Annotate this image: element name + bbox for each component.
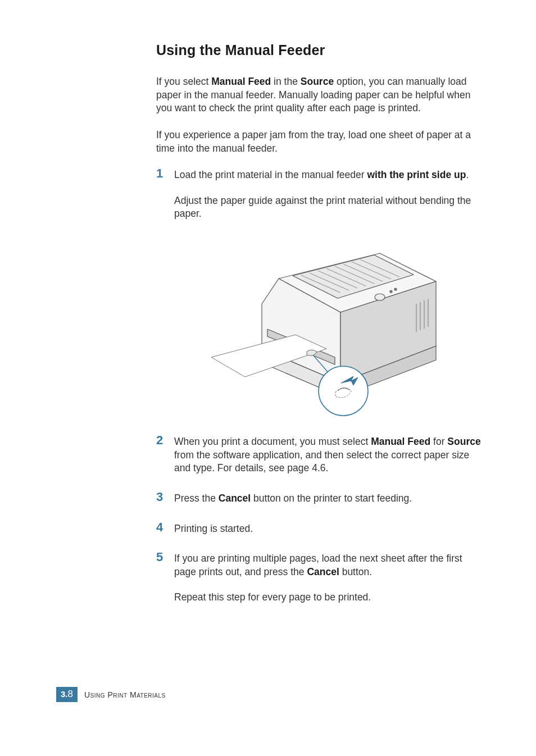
step-number: 4 (156, 520, 163, 535)
step-5: 5 If you are printing multiple pages, lo… (156, 552, 482, 604)
page-number: 8 (68, 689, 73, 699)
step-4: 4 Printing is started. (156, 522, 482, 536)
step-number: 2 (156, 433, 163, 448)
printer-illustration (194, 231, 453, 416)
chapter-number: 3. (61, 689, 68, 699)
step-3: 3 Press the Cancel button on the printer… (156, 492, 482, 505)
svg-point-24 (319, 366, 368, 416)
step-text: When you print a document, you must sele… (174, 435, 482, 475)
printer-svg-icon (194, 231, 453, 416)
page-number-badge: 3.8 (56, 687, 78, 702)
step-number: 3 (156, 490, 163, 504)
step-2: 2 When you print a document, you must se… (156, 435, 482, 475)
svg-point-20 (375, 294, 385, 300)
intro-paragraph-1: If you select Manual Feed in the Source … (156, 75, 482, 115)
svg-point-22 (394, 288, 397, 290)
page-footer: 3.8 Using Print Materials (56, 687, 166, 702)
step-text: If you are printing multiple pages, load… (174, 552, 482, 579)
step-subtext: Adjust the paper guide against the print… (174, 194, 482, 221)
step-text: Printing is started. (174, 522, 482, 536)
svg-point-21 (390, 290, 392, 293)
footer-label: Using Print Materials (84, 690, 166, 699)
section-heading: Using the Manual Feeder (156, 42, 482, 58)
step-text: Press the Cancel button on the printer t… (174, 492, 482, 505)
step-number: 1 (156, 166, 163, 181)
intro-paragraph-2: If you experience a paper jam from the t… (156, 129, 482, 155)
page-content: Using the Manual Feeder If you select Ma… (156, 42, 482, 621)
step-1: 1 Load the print material in the manual … (156, 168, 482, 416)
step-list: 1 Load the print material in the manual … (156, 168, 482, 604)
step-subtext: Repeat this step for every page to be pr… (174, 591, 482, 604)
step-number: 5 (156, 550, 163, 564)
step-text: Load the print material in the manual fe… (174, 168, 482, 182)
